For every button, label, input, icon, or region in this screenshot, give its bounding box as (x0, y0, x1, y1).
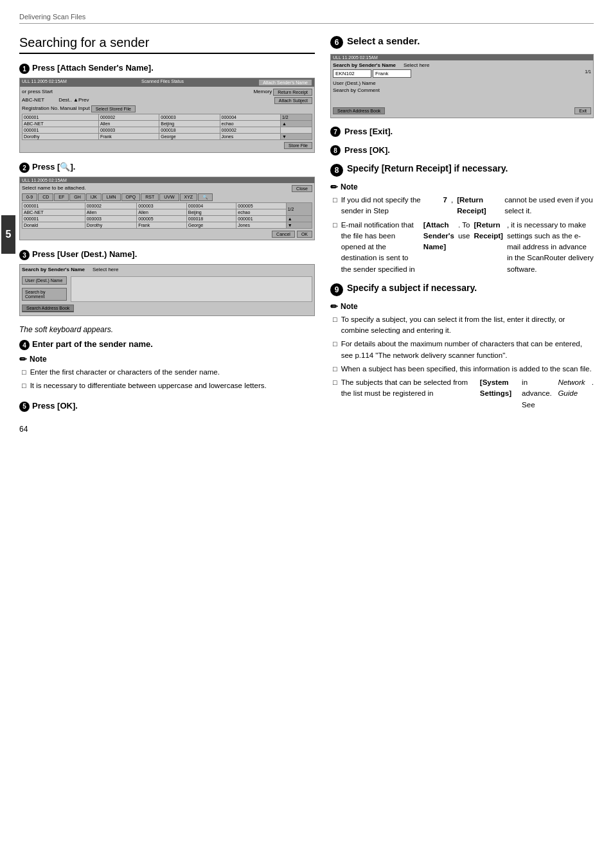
tab-opq[interactable]: OPQ (121, 193, 141, 201)
screen1-store-btn[interactable]: Store File (284, 142, 312, 149)
step-8-big-block: 8 Specify [Return Receipt] if necessary.… (330, 163, 594, 275)
screen-1-header: ULL 11.2005 02:15AM Scanned Files Status… (20, 78, 314, 87)
step-3-num: 3 (19, 250, 30, 260)
screen-6-header: ULL 11.2005 02:15AM (331, 55, 593, 60)
tab-uvw[interactable]: UVW (159, 193, 179, 201)
screen6-input2[interactable]: Frank (373, 69, 411, 78)
step-2-num: 2 (19, 163, 30, 173)
step-8-simple-num: 8 (330, 145, 341, 155)
right-column: 6 Select a sender. ULL 11.2005 02:15AM S… (330, 35, 594, 434)
screen2-ok-btn[interactable]: OK (297, 231, 312, 238)
tab-search-icon[interactable]: 🔍 (198, 193, 213, 201)
step-4-block: 4 Enter part of the sender name. ✏ Note … (19, 339, 315, 392)
screen-3: Search by Sender's Name Select here User… (19, 264, 315, 316)
screen3-search-addr-btn[interactable]: Search Address Book (22, 305, 74, 312)
step-5-num: 5 (19, 402, 30, 412)
step-4-num: 4 (19, 340, 30, 350)
tab-lmn[interactable]: LMN (102, 193, 121, 201)
screen1-attach-subj-btn[interactable]: Attach Subject (274, 97, 312, 104)
note-8: ✏ Note If you did not specify the sender… (330, 182, 594, 275)
tab-09[interactable]: 0-9 (22, 193, 37, 201)
step-2-block: 2 Press [🔍]. ULL 11.2005 02:15AM Select … (19, 162, 315, 240)
screen1-table: 0000010000020000030000041/2 ABC-NETAllen… (22, 114, 312, 140)
tab-ijk[interactable]: IJK (86, 193, 102, 201)
tab-gh[interactable]: GH (69, 193, 85, 201)
screen1-stored-btn[interactable]: Select Stored File (91, 105, 136, 112)
tab-ef[interactable]: EF (54, 193, 69, 201)
step-4-heading: 4 Enter part of the sender name. (19, 339, 315, 350)
note-9: ✏ Note To specify a subject, you can sel… (330, 301, 594, 411)
note-4-item-1: Enter the first character or characters … (19, 367, 315, 378)
step-1-heading: 1 Press [Attach Sender's Name]. (19, 63, 315, 74)
screen-2-header: ULL 11.2005 02:15AM (20, 177, 314, 183)
note-9-title: ✏ Note (330, 301, 594, 312)
screen2-close-btn[interactable]: Close (292, 185, 312, 192)
step-1-num: 1 (19, 64, 30, 74)
screen3-results-area (71, 276, 312, 302)
step-8-simple-block: 8 Press [OK]. (330, 145, 594, 155)
step-1-block: 1 Press [Attach Sender's Name]. ULL 11.2… (19, 63, 315, 153)
page-header: Delivering Scan Files (19, 13, 594, 24)
tab-xyz[interactable]: XYZ (180, 193, 198, 201)
step-5-block: 5 Press [OK]. (19, 401, 315, 412)
step-6-block: 6 Select a sender. ULL 11.2005 02:15AM S… (330, 35, 594, 118)
tab-cd[interactable]: CD (38, 193, 53, 201)
screen2-cancel-btn[interactable]: Cancel (272, 231, 295, 238)
note-8-item-1: If you did not specify the sender in Ste… (330, 195, 594, 217)
note-9-item-4: The subjects that can be selected from t… (330, 377, 594, 411)
step-8-big-num: 8 (330, 164, 343, 177)
note-4-item-2: It is necessary to differentiate between… (19, 380, 315, 391)
step-9-heading: 9 Specify a subject if necessary. (330, 283, 594, 296)
step-5-heading: 5 Press [OK]. (19, 401, 315, 412)
screen1-return-receipt-btn[interactable]: Return Receipt (273, 89, 312, 96)
screen6-exit-btn[interactable]: Exit (574, 107, 591, 114)
screen3-search-comment-btn[interactable]: Search by Comment (22, 288, 67, 301)
step-6-num: 6 (330, 36, 343, 49)
step-9-block: 9 Specify a subject if necessary. ✏ Note… (330, 283, 594, 411)
tab-rst[interactable]: RST (141, 193, 159, 201)
step-8-big-heading: 8 Specify [Return Receipt] if necessary. (330, 163, 594, 177)
step-6-heading: 6 Select a sender. (330, 35, 594, 49)
step-4-note: ✏ Note Enter the first character or char… (19, 354, 315, 392)
step-7-heading: 7 Press [Exit]. (330, 126, 594, 137)
step-2-heading: 2 Press [🔍]. (19, 162, 315, 173)
screen2-table: 0000010000020000030000040000051/2 ABC-NE… (22, 202, 312, 229)
step-9-num: 9 (330, 283, 343, 296)
screen3-user-dest-btn[interactable]: User (Dest.) Name (22, 276, 67, 285)
step-3-heading: 3 Press [User (Dest.) Name]. (19, 249, 315, 260)
note-8-item-2: E-mail notification that the file has be… (330, 220, 594, 275)
note-4-title: ✏ Note (19, 354, 315, 364)
screen-1: ULL 11.2005 02:15AM Scanned Files Status… (19, 78, 315, 153)
step-8-simple-heading: 8 Press [OK]. (330, 145, 594, 155)
note-9-item-1: To specify a subject, you can select it … (330, 314, 594, 337)
note-9-item-3: When a subject has been specified, this … (330, 364, 594, 375)
page-number: 64 (19, 425, 315, 434)
attach-sender-btn[interactable]: Attach Sender's Name (258, 79, 312, 86)
screen6-search-addr-btn[interactable]: Search Address Book (333, 107, 385, 114)
note-8-title: ✏ Note (330, 182, 594, 192)
step-3-block: 3 Press [User (Dest.) Name]. Search by S… (19, 249, 315, 316)
step-7-num: 7 (330, 127, 341, 137)
note-9-item-2: For details about the maximum number of … (330, 339, 594, 361)
keyboard-note: The soft keyboard appears. (19, 325, 315, 334)
section-title: Searching for a sender (19, 35, 315, 54)
header-title: Delivering Scan Files (19, 13, 85, 21)
screen6-input1[interactable]: EKN102 (333, 69, 371, 78)
screen-6: ULL 11.2005 02:15AM Search by Sender's N… (330, 54, 594, 118)
sidebar-tab: 5 (1, 215, 15, 254)
step-7-block: 7 Press [Exit]. (330, 126, 594, 137)
screen-2: ULL 11.2005 02:15AM Select name to be at… (19, 177, 315, 240)
